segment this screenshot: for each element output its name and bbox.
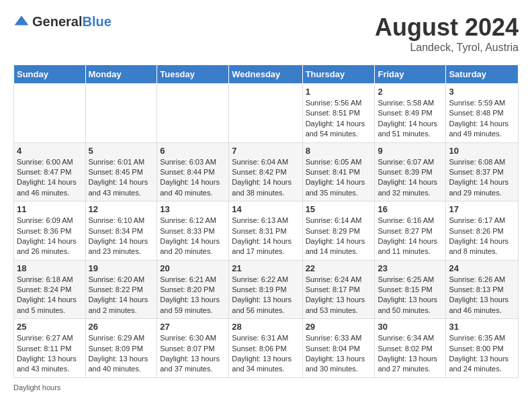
day-number: 16 bbox=[378, 204, 443, 214]
day-of-week-saturday: Saturday bbox=[446, 65, 519, 84]
calendar-cell: 25Sunrise: 6:27 AM Sunset: 8:11 PM Dayli… bbox=[14, 319, 86, 378]
calendar-body: 1Sunrise: 5:56 AM Sunset: 8:51 PM Daylig… bbox=[14, 84, 519, 378]
calendar-cell: 6Sunrise: 6:03 AM Sunset: 8:44 PM Daylig… bbox=[157, 142, 229, 201]
day-info: Sunrise: 6:25 AM Sunset: 8:15 PM Dayligh… bbox=[378, 275, 443, 316]
calendar-cell: 21Sunrise: 6:22 AM Sunset: 8:19 PM Dayli… bbox=[229, 260, 302, 319]
day-info: Sunrise: 6:20 AM Sunset: 8:22 PM Dayligh… bbox=[89, 275, 154, 316]
day-number: 14 bbox=[232, 204, 299, 214]
calendar-cell bbox=[14, 84, 86, 143]
calendar-cell: 9Sunrise: 6:07 AM Sunset: 8:39 PM Daylig… bbox=[375, 142, 446, 201]
day-number: 28 bbox=[232, 322, 299, 332]
calendar-cell: 15Sunrise: 6:14 AM Sunset: 8:29 PM Dayli… bbox=[302, 201, 375, 261]
day-info: Sunrise: 6:35 AM Sunset: 8:00 PM Dayligh… bbox=[449, 333, 515, 375]
day-info: Sunrise: 6:16 AM Sunset: 8:27 PM Dayligh… bbox=[378, 216, 443, 257]
day-of-week-wednesday: Wednesday bbox=[229, 65, 302, 84]
week-row-1: 1Sunrise: 5:56 AM Sunset: 8:51 PM Daylig… bbox=[14, 84, 519, 143]
day-number: 11 bbox=[17, 204, 83, 214]
day-info: Sunrise: 6:00 AM Sunset: 8:47 PM Dayligh… bbox=[17, 157, 83, 199]
calendar-cell: 20Sunrise: 6:21 AM Sunset: 8:20 PM Dayli… bbox=[157, 260, 229, 319]
calendar-cell: 26Sunrise: 6:29 AM Sunset: 8:09 PM Dayli… bbox=[85, 319, 157, 378]
week-row-5: 25Sunrise: 6:27 AM Sunset: 8:11 PM Dayli… bbox=[14, 319, 519, 378]
calendar-cell: 5Sunrise: 6:01 AM Sunset: 8:45 PM Daylig… bbox=[85, 142, 157, 201]
day-info: Sunrise: 6:04 AM Sunset: 8:42 PM Dayligh… bbox=[232, 157, 299, 199]
day-number: 20 bbox=[160, 263, 226, 273]
calendar-cell: 27Sunrise: 6:30 AM Sunset: 8:07 PM Dayli… bbox=[157, 319, 229, 378]
page-header: GeneralBlue August 2024 Landeck, Tyrol, … bbox=[13, 13, 519, 54]
calendar-cell: 24Sunrise: 6:26 AM Sunset: 8:13 PM Dayli… bbox=[446, 260, 519, 319]
calendar-header: SundayMondayTuesdayWednesdayThursdayFrid… bbox=[14, 65, 519, 84]
logo-icon bbox=[13, 13, 30, 30]
logo-blue: Blue bbox=[82, 14, 111, 29]
day-number: 5 bbox=[89, 146, 154, 156]
day-number: 10 bbox=[449, 146, 515, 156]
calendar-cell: 2Sunrise: 5:58 AM Sunset: 8:49 PM Daylig… bbox=[375, 84, 446, 143]
calendar-cell: 23Sunrise: 6:25 AM Sunset: 8:15 PM Dayli… bbox=[375, 260, 446, 319]
calendar-table: SundayMondayTuesdayWednesdayThursdayFrid… bbox=[13, 64, 519, 378]
day-info: Sunrise: 6:13 AM Sunset: 8:31 PM Dayligh… bbox=[232, 216, 299, 257]
day-info: Sunrise: 6:33 AM Sunset: 8:04 PM Dayligh… bbox=[306, 333, 372, 375]
day-info: Sunrise: 6:29 AM Sunset: 8:09 PM Dayligh… bbox=[89, 333, 154, 375]
day-number: 3 bbox=[449, 87, 515, 97]
days-of-week-row: SundayMondayTuesdayWednesdayThursdayFrid… bbox=[14, 65, 519, 84]
calendar-cell: 13Sunrise: 6:12 AM Sunset: 8:33 PM Dayli… bbox=[157, 201, 229, 261]
day-number: 9 bbox=[378, 146, 443, 156]
day-info: Sunrise: 6:07 AM Sunset: 8:39 PM Dayligh… bbox=[378, 157, 443, 199]
week-row-3: 11Sunrise: 6:09 AM Sunset: 8:36 PM Dayli… bbox=[14, 201, 519, 261]
day-info: Sunrise: 6:21 AM Sunset: 8:20 PM Dayligh… bbox=[160, 275, 226, 316]
day-number: 30 bbox=[378, 322, 443, 332]
calendar-cell: 1Sunrise: 5:56 AM Sunset: 8:51 PM Daylig… bbox=[302, 84, 375, 143]
day-info: Sunrise: 6:30 AM Sunset: 8:07 PM Dayligh… bbox=[160, 333, 226, 375]
day-number: 1 bbox=[306, 87, 372, 97]
calendar-cell: 12Sunrise: 6:10 AM Sunset: 8:34 PM Dayli… bbox=[85, 201, 157, 261]
day-number: 18 bbox=[17, 263, 83, 273]
calendar-cell: 16Sunrise: 6:16 AM Sunset: 8:27 PM Dayli… bbox=[375, 201, 446, 261]
day-number: 31 bbox=[449, 322, 515, 332]
calendar-cell: 14Sunrise: 6:13 AM Sunset: 8:31 PM Dayli… bbox=[229, 201, 302, 261]
day-info: Sunrise: 6:12 AM Sunset: 8:33 PM Dayligh… bbox=[160, 216, 226, 257]
week-row-4: 18Sunrise: 6:18 AM Sunset: 8:24 PM Dayli… bbox=[14, 260, 519, 319]
day-number: 21 bbox=[232, 263, 299, 273]
location: Landeck, Tyrol, Austria bbox=[375, 42, 519, 54]
day-number: 13 bbox=[160, 204, 226, 214]
day-number: 6 bbox=[160, 146, 226, 156]
day-info: Sunrise: 6:14 AM Sunset: 8:29 PM Dayligh… bbox=[306, 216, 372, 257]
calendar-cell: 8Sunrise: 6:05 AM Sunset: 8:41 PM Daylig… bbox=[302, 142, 375, 201]
day-of-week-thursday: Thursday bbox=[302, 65, 375, 84]
day-of-week-sunday: Sunday bbox=[14, 65, 86, 84]
day-info: Sunrise: 6:18 AM Sunset: 8:24 PM Dayligh… bbox=[17, 275, 83, 316]
day-info: Sunrise: 6:22 AM Sunset: 8:19 PM Dayligh… bbox=[232, 275, 299, 316]
calendar-cell: 11Sunrise: 6:09 AM Sunset: 8:36 PM Dayli… bbox=[14, 201, 86, 261]
day-info: Sunrise: 6:03 AM Sunset: 8:44 PM Dayligh… bbox=[160, 157, 226, 199]
day-info: Sunrise: 6:09 AM Sunset: 8:36 PM Dayligh… bbox=[17, 216, 83, 257]
logo: GeneralBlue bbox=[13, 13, 112, 30]
footer-note: Daylight hours bbox=[13, 383, 519, 392]
day-number: 4 bbox=[17, 146, 83, 156]
day-number: 19 bbox=[89, 263, 154, 273]
day-number: 2 bbox=[378, 87, 443, 97]
calendar-cell: 3Sunrise: 5:59 AM Sunset: 8:48 PM Daylig… bbox=[446, 84, 519, 143]
calendar-cell bbox=[229, 84, 302, 143]
day-number: 25 bbox=[17, 322, 83, 332]
calendar-cell: 30Sunrise: 6:34 AM Sunset: 8:02 PM Dayli… bbox=[375, 319, 446, 378]
day-info: Sunrise: 6:27 AM Sunset: 8:11 PM Dayligh… bbox=[17, 333, 83, 375]
day-info: Sunrise: 6:34 AM Sunset: 8:02 PM Dayligh… bbox=[378, 333, 443, 375]
day-of-week-friday: Friday bbox=[375, 65, 446, 84]
calendar-cell: 22Sunrise: 6:24 AM Sunset: 8:17 PM Dayli… bbox=[302, 260, 375, 319]
month-year: August 2024 bbox=[375, 13, 519, 42]
day-info: Sunrise: 6:01 AM Sunset: 8:45 PM Dayligh… bbox=[89, 157, 154, 199]
calendar-cell: 7Sunrise: 6:04 AM Sunset: 8:42 PM Daylig… bbox=[229, 142, 302, 201]
day-info: Sunrise: 5:59 AM Sunset: 8:48 PM Dayligh… bbox=[449, 98, 515, 140]
week-row-2: 4Sunrise: 6:00 AM Sunset: 8:47 PM Daylig… bbox=[14, 142, 519, 201]
calendar-cell bbox=[85, 84, 157, 143]
calendar-cell: 19Sunrise: 6:20 AM Sunset: 8:22 PM Dayli… bbox=[85, 260, 157, 319]
day-info: Sunrise: 6:17 AM Sunset: 8:26 PM Dayligh… bbox=[449, 216, 515, 257]
day-number: 8 bbox=[306, 146, 372, 156]
day-number: 22 bbox=[306, 263, 372, 273]
day-number: 23 bbox=[378, 263, 443, 273]
calendar-cell: 4Sunrise: 6:00 AM Sunset: 8:47 PM Daylig… bbox=[14, 142, 86, 201]
day-number: 17 bbox=[449, 204, 515, 214]
day-number: 27 bbox=[160, 322, 226, 332]
day-number: 12 bbox=[89, 204, 154, 214]
calendar-cell: 29Sunrise: 6:33 AM Sunset: 8:04 PM Dayli… bbox=[302, 319, 375, 378]
title-block: August 2024 Landeck, Tyrol, Austria bbox=[375, 13, 519, 54]
